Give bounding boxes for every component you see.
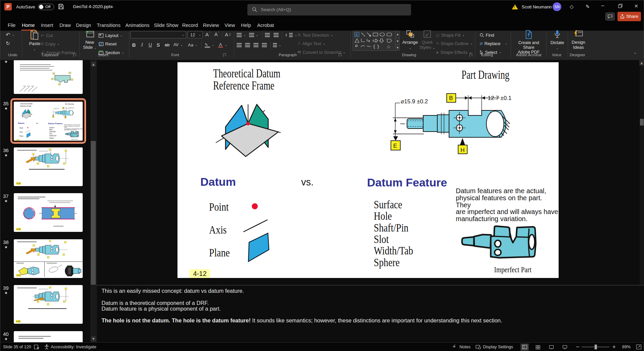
imperfect-part-drawing[interactable] [459,223,540,262]
spellcheck-icon[interactable] [34,345,39,349]
gem-icon[interactable]: ◇ [570,4,574,10]
thumbnail-slide-35[interactable]: Theoretical DatumReference Frame Part Dr… [14,102,83,141]
thumbnail-slide-36[interactable]: 4-16 [14,147,83,186]
menu-file[interactable]: File [7,21,16,29]
line-spacing-button[interactable]: ↕⌄ [285,32,297,38]
menu-acrobat[interactable]: Acrobat [256,21,275,29]
zoom-level[interactable]: 89% [622,345,631,349]
thumbnail-slide-37[interactable]: 4-36 [14,193,83,232]
editor-scrollbar-up-icon[interactable]: ▲ [639,60,644,66]
drawing-dialog-launcher[interactable]: ↘ [470,54,473,57]
feature-item-surface[interactable]: Surface [374,199,402,210]
feature-item-shaftpin[interactable]: Shaft/Pin [374,222,408,234]
datum-feature-note[interactable]: Datum features are the actual, physical … [456,187,559,222]
shape-outline-button[interactable]: ✎Shape Outline⌄ [436,40,473,47]
new-slide-button[interactable]: NewSlide ⌄ [82,30,97,52]
thumbnail-slide-38[interactable]: 4-16 [14,239,83,278]
zoom-in-button[interactable]: + [612,344,616,349]
thumbnail-slide-34[interactable] [14,60,83,94]
menu-insert[interactable]: Insert [40,21,54,29]
strikethrough-button[interactable]: ab [165,41,169,48]
feature-item-hole[interactable]: Hole [374,210,392,222]
text-shadow-button[interactable]: S [157,41,160,48]
increase-indent-button[interactable] [274,32,279,38]
shapes-gallery[interactable]: { } ☆ A ▲ ▼ ▼̱ [353,31,400,51]
shrink-font-button[interactable]: Aˇ [214,31,219,38]
menu-slideshow[interactable]: Slide Show [153,21,179,29]
vs-label[interactable]: vs. [301,177,314,188]
comments-button[interactable] [605,12,615,21]
shape-fill-button[interactable]: ◱Shape Fill⌄ [436,32,465,38]
share-button[interactable]: Share [617,12,641,21]
menu-help[interactable]: Help [240,21,252,29]
shape-effects-button[interactable]: ◈Shape Effects⌄ [436,49,472,56]
italic-button[interactable]: I [141,41,143,48]
autosave-toggle[interactable]: Off [38,4,54,10]
feature-item-slot[interactable]: Slot [374,234,389,245]
decrease-indent-button[interactable] [265,32,270,38]
fit-to-window-icon[interactable] [636,345,641,349]
minimize-button[interactable]: ─ [601,3,604,8]
quick-styles-button[interactable]: QuickStyles ⌄ [419,30,435,52]
font-size-combo[interactable]: 12⌄ [188,31,203,38]
clear-formatting-button[interactable]: A◊ [225,31,231,38]
underline-button[interactable]: U [149,41,152,48]
datum-item-point[interactable]: Point [209,201,229,213]
save-icon[interactable] [58,4,64,9]
plane-shape[interactable] [247,232,271,263]
shapes-gallery-scroll[interactable]: ▲ ▼ ▼̱ [395,31,400,51]
undo-button[interactable]: ↶⌄ [6,31,14,38]
part-drawing-title[interactable]: Part Drawing [461,69,510,81]
part-drawing-diagram[interactable]: E B H ⌀15.9 ±0.2 12.7 ±0.1 [389,93,514,156]
powerpoint-app-icon[interactable]: P [4,3,12,10]
feature-item-widthtab[interactable]: Width/Tab [374,245,413,256]
align-right-button[interactable] [253,42,258,48]
zoom-out-button[interactable]: − [576,344,580,349]
numbering-button[interactable]: ⌄ [249,32,258,38]
accessibility-status[interactable]: Accessibility: Investigate [51,345,96,349]
notes-panel[interactable]: This is an easily missed concept: datum … [97,285,644,342]
bold-button[interactable]: B [132,41,136,48]
dictate-button[interactable]: Dictate⌄ [549,30,566,52]
highlight-color-button[interactable]: ✎⌄ [205,41,214,48]
thumbnail-scrollbar-down-icon[interactable]: ▼ [91,336,96,342]
restore-button[interactable] [618,4,622,8]
font-dialog-launcher[interactable]: ↘ [223,54,227,57]
filename-dropdown-icon[interactable]: ⌄ [111,4,114,8]
reset-button[interactable]: Reset [98,40,117,47]
collapse-ribbon-icon[interactable]: ⌃ [634,52,637,57]
paste-button[interactable]: Paste⌄ [27,30,42,52]
copy-button[interactable]: ⧉Copy⌄ [41,40,59,47]
zoom-slider-thumb[interactable] [595,345,597,349]
clipboard-dialog-launcher[interactable]: ↘ [73,54,77,57]
design-ideas-button[interactable]: DesignIdeas [569,30,588,52]
display-settings[interactable]: Display Settings [483,345,513,349]
align-left-button[interactable] [237,42,242,48]
align-text-button[interactable]: ⇳Align Text⌄ [297,40,325,47]
justify-button[interactable] [262,42,267,48]
close-button[interactable]: ✕ [634,3,638,9]
datum-item-axis[interactable]: Axis [209,224,227,236]
accessibility-icon[interactable] [44,344,49,350]
datum-feature-heading[interactable]: Datum Feature [367,176,447,189]
document-title[interactable]: GeoTol 4-2020.pptx [73,4,113,9]
text-direction-button[interactable]: ⇅Text Direction⌄ [297,32,333,38]
thumbnail-slide-40[interactable] [14,331,83,342]
slide-canvas[interactable]: Theoretical DatumReference Frame Part Dr… [177,62,559,278]
view-reading-button[interactable] [548,344,556,351]
view-sorter-button[interactable] [534,344,542,351]
find-button[interactable]: Find [480,32,494,38]
thumbnail-slide-39[interactable]: 4-36 [14,285,83,324]
font-color-button[interactable]: A⌄ [218,41,227,48]
bullets-button[interactable]: ⌄ [237,32,246,38]
slide-page-badge[interactable]: 4-12 [190,269,210,278]
character-spacing-button[interactable]: AV⌄ [173,41,183,48]
avatar[interactable]: SN [553,2,561,11]
menu-review[interactable]: Review [202,21,220,29]
grow-font-button[interactable]: Aˆ [205,31,210,38]
editor-scrollbar-thumb[interactable] [640,119,644,126]
feature-item-sphere[interactable]: Sphere [374,257,400,268]
menu-animations[interactable]: Animations [125,21,150,29]
datum-heading[interactable]: Datum [200,175,236,188]
menu-home[interactable]: Home [21,21,36,29]
